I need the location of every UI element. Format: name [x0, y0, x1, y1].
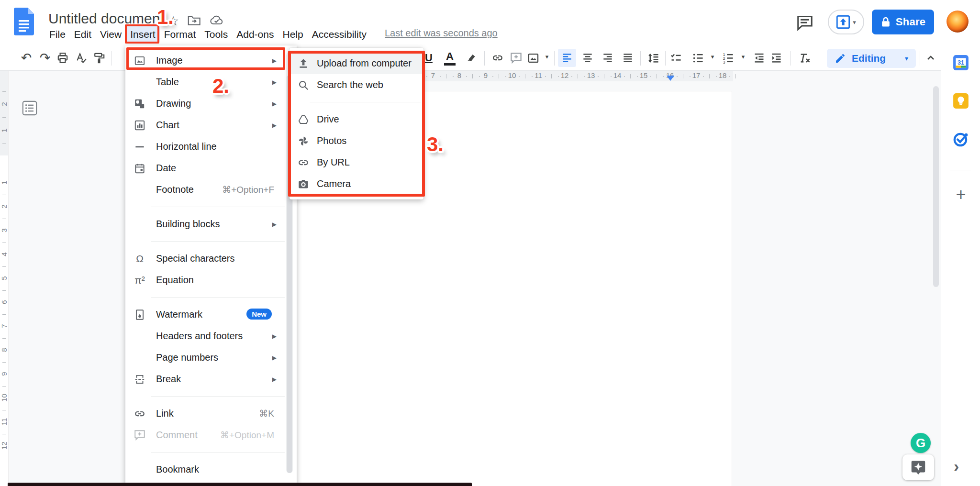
insert-menu-item-special-characters[interactable]: Ω Special characters	[125, 248, 297, 269]
editing-mode-button[interactable]: Editing ▾	[827, 49, 916, 68]
last-edit-link[interactable]: Last edit was seconds ago	[385, 28, 498, 39]
insert-image-caret-icon[interactable]: ▾	[546, 53, 549, 60]
submenu-item-by-url[interactable]: By URL	[290, 152, 423, 173]
ruler-tick	[683, 74, 683, 78]
google-keep-button[interactable]	[952, 92, 969, 110]
insert-menu-item-image[interactable]: Image ▶	[125, 50, 297, 71]
ruler-tick	[2, 314, 6, 315]
insert-menu-item-break[interactable]: Break ▶	[125, 368, 297, 390]
insert-menu-item-chart[interactable]: Chart ▶	[125, 114, 297, 136]
menubar-item-edit[interactable]: Edit	[70, 26, 96, 43]
user-avatar[interactable]	[947, 11, 969, 33]
submenu-item-upload-from-computer[interactable]: Upload from computer	[290, 53, 423, 74]
toolbar-divider	[790, 51, 791, 66]
ruler-number: 7	[0, 322, 8, 331]
menubar-item-addons[interactable]: Add-ons	[232, 26, 278, 43]
redo-button[interactable]: ↷	[36, 49, 54, 67]
share-button[interactable]: Share	[872, 10, 934, 34]
ruler-tick	[2, 266, 6, 267]
highlight-color-button[interactable]	[462, 49, 480, 67]
bulleted-list-button[interactable]	[689, 49, 707, 67]
insert-image-button[interactable]	[524, 49, 542, 67]
hide-side-panel-button[interactable]: ›	[954, 457, 959, 475]
insert-link-button[interactable]	[489, 49, 507, 67]
google-calendar-button[interactable]: 31	[952, 54, 969, 71]
right-indent-marker[interactable]	[667, 76, 674, 81]
line-spacing-button[interactable]	[644, 49, 662, 67]
google-docs-logo[interactable]	[14, 8, 34, 35]
collapse-toolbar-button[interactable]	[922, 49, 940, 67]
insert-menu-item-date[interactable]: Date	[125, 157, 297, 179]
numbered-list-button[interactable]: 1 2 3	[719, 49, 737, 67]
ruler-number: 5	[0, 274, 8, 283]
ruler-number: 12	[561, 71, 569, 79]
comment-history-button[interactable]	[794, 12, 815, 33]
vertical-ruler[interactable]: 21123456789101112	[0, 71, 9, 486]
link-icon	[491, 51, 504, 65]
undo-button[interactable]: ↶	[17, 49, 35, 67]
share-label: Share	[896, 16, 926, 28]
increase-indent-button[interactable]	[767, 49, 785, 67]
ruler-tick	[525, 74, 525, 78]
justify-button[interactable]	[619, 49, 637, 67]
menubar-item-file[interactable]: File	[45, 26, 70, 43]
menubar-item-view[interactable]: View	[96, 26, 126, 43]
submenu-item-search-the-web[interactable]: Search the web	[290, 74, 423, 96]
print-button[interactable]	[54, 49, 72, 67]
show-outline-button[interactable]	[22, 100, 37, 116]
submenu-item-photos[interactable]: Photos	[290, 130, 423, 152]
ruler-tick	[2, 243, 6, 243]
insert-menu-item-bookmark[interactable]: Bookmark	[125, 459, 297, 480]
toolbar-divider	[665, 51, 666, 66]
present-button[interactable]: ▾	[828, 10, 864, 34]
clear-formatting-button[interactable]	[795, 49, 813, 67]
cloud-saved-icon[interactable]	[210, 14, 224, 26]
align-right-button[interactable]	[599, 49, 617, 67]
horizontal-line-icon	[129, 141, 150, 153]
insert-menu-item-equation[interactable]: π² Equation	[125, 269, 297, 291]
grammarly-button[interactable]: G	[911, 433, 931, 453]
numbered-list-icon: 1 2 3	[722, 52, 735, 65]
google-docs-window: 789101112131415161718 21123456789101112 …	[0, 0, 980, 486]
numbered-list-caret-icon[interactable]: ▾	[742, 53, 745, 60]
menubar-item-insert[interactable]: Insert	[126, 26, 160, 43]
ruler-number: 11	[535, 71, 542, 79]
insert-menu-item-drawing[interactable]: Drawing ▶	[125, 93, 297, 114]
get-addons-button[interactable]: +	[952, 186, 969, 203]
text-color-button[interactable]: A	[441, 49, 459, 67]
insert-menu-item-table[interactable]: Table ▶	[125, 71, 297, 93]
insert-menu-item-link[interactable]: Link ⌘K	[125, 403, 297, 424]
document-scrollbar[interactable]	[933, 86, 939, 287]
menubar-item-format[interactable]: Format	[160, 26, 200, 43]
insert-menu-item-page-numbers[interactable]: Page numbers ▶	[125, 347, 297, 368]
add-comment-button[interactable]	[507, 49, 525, 67]
ruler-number: 8	[0, 346, 8, 354]
submenu-item-drive[interactable]: Drive	[290, 109, 423, 130]
paint-format-button[interactable]	[90, 49, 109, 67]
insert-menu-item-headers-footers[interactable]: Headers and footers ▶	[125, 325, 297, 347]
editing-mode-caret-icon: ▾	[905, 55, 908, 62]
insert-menu-item-watermark[interactable]: Watermark New	[125, 304, 297, 325]
submenu-item-camera[interactable]: Camera	[290, 173, 423, 195]
ruler-tick	[532, 76, 533, 77]
google-tasks-button[interactable]	[952, 131, 969, 148]
explore-button[interactable]	[902, 454, 934, 480]
document-title[interactable]: Untitled document	[48, 11, 164, 27]
menubar-item-accessibility[interactable]: Accessibility	[308, 26, 371, 43]
ruler-tick	[624, 76, 625, 77]
date-icon	[129, 162, 150, 175]
google-tasks-icon	[952, 131, 969, 148]
decrease-indent-button[interactable]	[750, 49, 768, 67]
checklist-button[interactable]	[667, 49, 685, 67]
menubar-item-tools[interactable]: Tools	[200, 26, 232, 43]
bulleted-list-caret-icon[interactable]: ▾	[711, 53, 714, 60]
insert-menu-item-building-blocks[interactable]: Building blocks ▶	[125, 213, 297, 235]
insert-menu-item-horizontal-line[interactable]: Horizontal line	[125, 136, 297, 157]
submenu-arrow-icon: ▶	[272, 57, 277, 64]
menubar-item-help[interactable]: Help	[278, 26, 307, 43]
insert-menu-item-footnote[interactable]: Footnote ⌘+Option+F	[125, 179, 297, 200]
menu-divider	[151, 297, 285, 298]
align-center-button[interactable]	[579, 49, 597, 67]
spellcheck-button[interactable]	[72, 49, 90, 67]
align-left-button[interactable]	[558, 49, 576, 67]
